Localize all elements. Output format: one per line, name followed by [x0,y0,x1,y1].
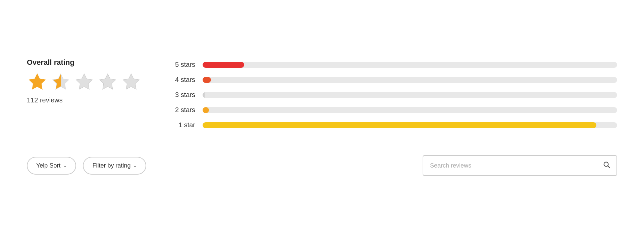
star-2 [50,72,71,92]
bar-fill-1 [203,122,596,128]
star-5 [121,72,142,92]
star-4 [97,72,118,92]
filter-by-rating-label: Filter by rating [92,162,130,169]
bar-track-2 [203,107,617,113]
svg-marker-2 [76,74,92,89]
yelp-sort-label: Yelp Sort [36,162,60,169]
bar-row-3: 3 stars [168,91,617,99]
star-1 [27,72,48,92]
bar-track-4 [203,77,617,83]
bar-track-3 [203,92,617,98]
search-box [423,155,617,176]
bar-fill-2 [203,107,209,113]
bar-track-5 [203,62,617,68]
bar-row-2: 2 stars [168,106,617,114]
bar-row-5: 5 stars [168,61,617,68]
svg-marker-4 [123,74,139,89]
rating-summary-section: Overall rating [0,45,644,142]
bar-track-1 [203,122,617,128]
overall-rating: Overall rating [27,58,142,104]
yelp-sort-button[interactable]: Yelp Sort ⌄ [27,157,76,175]
search-reviews-input[interactable] [423,162,596,169]
bar-fill-4 [203,77,211,83]
search-submit-button[interactable] [596,155,616,176]
svg-marker-3 [100,74,116,89]
overall-rating-label: Overall rating [27,58,142,67]
bottom-controls: Yelp Sort ⌄ Filter by rating ⌄ [0,146,644,185]
rating-bars: 5 stars4 stars3 stars2 stars1 star [168,58,617,129]
search-icon [603,161,610,170]
filter-by-rating-button[interactable]: Filter by rating ⌄ [83,157,146,175]
bar-row-1: 1 star [168,121,617,129]
stars-display [27,72,142,92]
bar-label-3: 3 stars [168,91,195,99]
filter-chevron-icon: ⌄ [133,163,137,168]
star-3 [74,72,95,92]
svg-marker-1 [53,74,69,89]
bar-label-1: 1 star [168,121,195,129]
yelp-sort-chevron-icon: ⌄ [63,163,67,168]
bar-fill-5 [203,62,244,68]
svg-line-6 [608,166,609,168]
bar-row-4: 4 stars [168,76,617,84]
bar-label-2: 2 stars [168,106,195,114]
bar-label-4: 4 stars [168,76,195,84]
svg-marker-0 [29,74,45,89]
review-count: 112 reviews [27,96,142,104]
bar-fill-3 [203,92,205,98]
bar-label-5: 5 stars [168,61,195,68]
